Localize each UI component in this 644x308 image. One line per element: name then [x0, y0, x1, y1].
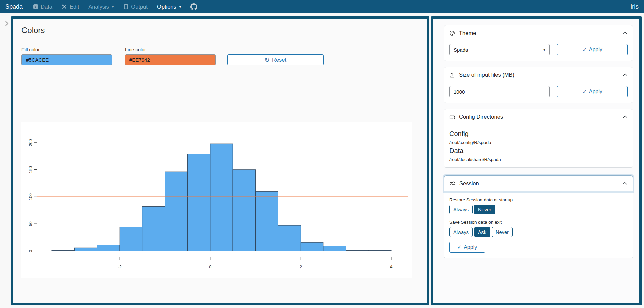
- file-size-panel: Size of input files (MB) ✓ Apply: [444, 67, 633, 103]
- github-icon: [190, 3, 197, 10]
- file-size-input[interactable]: [449, 86, 550, 97]
- svg-text:100: 100: [28, 193, 33, 200]
- palette-icon: [449, 30, 455, 36]
- reset-colors-button[interactable]: ↻ Reset: [227, 54, 324, 65]
- histogram-plot: 050100150200-2024: [21, 122, 412, 278]
- svg-text:-2: -2: [118, 265, 122, 269]
- file-size-panel-header[interactable]: Size of input files (MB): [444, 67, 633, 83]
- chevron-down-icon: ▾: [543, 47, 545, 52]
- svg-text:4: 4: [390, 265, 393, 269]
- theme-panel-title: Theme: [459, 30, 476, 36]
- chevron-down-icon: ▾: [179, 5, 181, 9]
- svg-text:0: 0: [209, 265, 211, 269]
- save-never-button[interactable]: Never: [492, 227, 513, 237]
- nav-item-analysis[interactable]: Analysis ▾: [88, 4, 114, 10]
- svg-text:150: 150: [28, 166, 33, 173]
- github-link[interactable]: [190, 3, 197, 10]
- config-dirs-panel: Config Directories Config /root/.config/…: [444, 109, 633, 168]
- session-panel-header[interactable]: Session: [444, 175, 633, 191]
- svg-text:200: 200: [28, 139, 33, 146]
- svg-text:50: 50: [28, 221, 33, 226]
- folder-icon: [449, 114, 455, 120]
- svg-text:2: 2: [300, 265, 302, 269]
- settings-sidebar: Theme Spada ▾ ✓ Apply: [431, 16, 642, 305]
- tools-icon: [62, 4, 67, 9]
- data-dir-name: Data: [449, 147, 628, 155]
- line-color-label: Line color: [125, 47, 216, 52]
- check-icon: ✓: [582, 47, 587, 53]
- active-dataset-label[interactable]: iris: [631, 3, 639, 10]
- save-session-toggle-group: Always Ask Never: [449, 227, 628, 237]
- restore-always-button[interactable]: Always: [449, 205, 473, 214]
- chevron-up-icon: [623, 31, 628, 36]
- page-title: Colors: [21, 25, 419, 35]
- theme-apply-button[interactable]: ✓ Apply: [557, 44, 628, 55]
- chevron-down-icon: ▾: [112, 5, 114, 9]
- chevron-up-icon: [623, 72, 628, 78]
- restore-session-toggle-group: Always Never: [449, 205, 628, 214]
- config-dir-name: Config: [449, 130, 628, 138]
- nav-item-data[interactable]: i Data: [33, 4, 52, 10]
- theme-select[interactable]: Spada ▾: [449, 44, 550, 55]
- save-session-label: Save Session data on exit: [449, 220, 628, 225]
- content-area: Colors Fill color Line color ↻ Reset 050…: [0, 13, 644, 308]
- navbar: Spada i Data Edit Analysis ▾ Output Opti…: [0, 0, 644, 13]
- session-apply-button[interactable]: ✓ Apply: [449, 242, 485, 253]
- nav-item-edit[interactable]: Edit: [62, 4, 79, 10]
- chevron-right-icon: [4, 20, 10, 27]
- nav-item-options[interactable]: Options ▾: [157, 4, 181, 10]
- check-icon: ✓: [582, 89, 587, 95]
- restore-never-button[interactable]: Never: [474, 205, 495, 214]
- color-controls-row: Fill color Line color ↻ Reset: [21, 47, 419, 65]
- config-dir-path: /root/.config/R/spada: [449, 140, 628, 145]
- save-always-button[interactable]: Always: [449, 227, 473, 237]
- sidebar-expand-toggle[interactable]: [3, 16, 11, 305]
- save-ask-button[interactable]: Ask: [474, 227, 490, 237]
- theme-panel: Theme Spada ▾ ✓ Apply: [444, 25, 633, 61]
- refresh-icon: ↻: [265, 57, 270, 63]
- tablet-icon: [123, 4, 129, 9]
- file-size-panel-title: Size of input files (MB): [459, 72, 514, 78]
- chevron-up-icon: [622, 181, 627, 186]
- svg-text:0: 0: [28, 250, 33, 252]
- theme-panel-header[interactable]: Theme: [444, 25, 633, 41]
- sliders-icon: [450, 181, 455, 186]
- file-size-apply-button[interactable]: ✓ Apply: [557, 86, 628, 97]
- histogram-svg: 050100150200-2024: [21, 122, 412, 278]
- info-icon: i: [33, 4, 38, 9]
- chevron-up-icon: [623, 114, 628, 119]
- restore-session-label: Restore Session data at startup: [449, 197, 628, 202]
- upload-icon: [449, 72, 455, 78]
- line-color-input[interactable]: [125, 54, 216, 65]
- config-dirs-panel-title: Config Directories: [459, 114, 503, 120]
- data-dir-path: /root/.local/share/R/spada: [449, 157, 628, 162]
- config-dirs-panel-header[interactable]: Config Directories: [444, 109, 633, 124]
- check-icon: ✓: [457, 244, 462, 250]
- nav-item-output[interactable]: Output: [123, 4, 148, 10]
- session-panel-title: Session: [459, 180, 479, 187]
- fill-color-input[interactable]: [21, 54, 112, 65]
- fill-color-label: Fill color: [21, 47, 112, 52]
- session-panel: Session Restore Session data at startup …: [444, 175, 633, 258]
- app-brand: Spada: [5, 3, 23, 10]
- main-panel: Colors Fill color Line color ↻ Reset 050…: [11, 16, 429, 305]
